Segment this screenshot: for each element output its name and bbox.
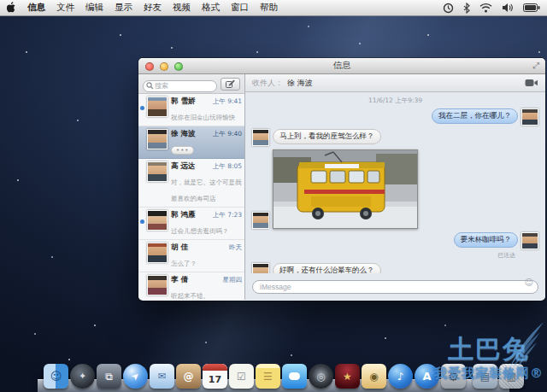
fullscreen-icon[interactable]: ⤢ — [532, 61, 539, 71]
message-incoming: 好啊，还有什么治晕车的么？ — [252, 263, 538, 273]
avatar — [147, 129, 168, 149]
emoji-icon[interactable]: ☺ — [525, 278, 533, 287]
avatar — [147, 243, 168, 263]
avatar — [147, 97, 168, 117]
contact-name: 徐 海波 — [171, 129, 195, 139]
avatar — [252, 263, 269, 273]
bluetooth-icon[interactable] — [463, 3, 470, 14]
delivered-status: 已送达 — [252, 251, 538, 260]
message-time: 上午 9:40 — [213, 130, 242, 138]
window-title: 信息 — [333, 60, 351, 72]
calendar-band — [203, 364, 227, 371]
avatar — [147, 161, 168, 182]
conversation-row-xu-haibo-selected[interactable]: 徐 海波 上午 9:40 ••• — [138, 126, 244, 159]
window-titlebar[interactable]: 信息 ⤢ — [138, 58, 545, 74]
message-outgoing: 我在二层，你在哪儿？ — [252, 108, 538, 126]
message-preview: 听起来不错。 — [171, 292, 209, 300]
imovie-icon[interactable]: ★ — [335, 364, 360, 389]
avatar — [521, 108, 538, 126]
contact-name: 高 远达 — [171, 161, 195, 172]
avatar — [147, 210, 168, 231]
timestamp: 11/6/12 上午9:39 — [252, 97, 538, 105]
trash-icon[interactable]: ▥ — [499, 364, 524, 389]
message-input-bar: ☺ — [245, 273, 545, 300]
calendar-day: 17 — [209, 371, 221, 389]
message-time: 星期四 — [223, 276, 243, 284]
iphoto-icon[interactable]: ◉ — [362, 364, 386, 389]
conversation-row-gao-yuanda[interactable]: 高 远达 上午 8:05 对，就是它。这个可是我最喜欢的寿司店 — [138, 159, 244, 208]
message-incoming-photo — [252, 149, 538, 229]
calendar-icon[interactable]: 17 — [203, 364, 227, 389]
apple-menu-icon[interactable] — [7, 2, 16, 15]
conversation-sidebar: 郭 雪娇 上午 9:41 祝你在旧金山玩得愉快 徐 海波 上午 9:40 ••• — [138, 74, 245, 300]
message-preview: 过会儿想去逛街吗？ — [171, 227, 229, 235]
avatar — [147, 275, 168, 295]
message-bubble: 马上到，看我的座驾怎么样？ — [273, 129, 381, 144]
menu-item-view[interactable]: 显示 — [115, 2, 132, 14]
message-preview: 对，就是它。这个可是我最喜欢的寿司店 — [171, 178, 242, 202]
chat-pane: 收件人： 徐 海波 11/6/12 上午9:39 我在二层，你在哪儿？ 马上到，… — [245, 74, 545, 300]
contact-name: 李 倩 — [171, 275, 188, 285]
menu-bar: 信息 文件 编辑 显示 好友 视频 格式 窗口 帮助 — [0, 0, 547, 16]
conversation-row-li-qian[interactable]: 李 倩 星期四 听起来不错。 — [138, 272, 244, 300]
message-time: 上午 8:05 — [213, 162, 242, 171]
messages-dock-icon[interactable] — [282, 364, 307, 389]
unread-dot — [140, 219, 144, 224]
menu-item-file[interactable]: 文件 — [56, 2, 74, 14]
system-preferences-icon[interactable]: ⚙ — [441, 364, 466, 389]
contacts-icon[interactable]: @ — [176, 364, 201, 389]
message-preview: 怎么了？ — [171, 260, 197, 267]
conversation-row-hu-jia[interactable]: 胡 佳 昨天 怎么了？ — [138, 240, 244, 272]
safari-icon[interactable]: ➤ — [123, 364, 148, 389]
launchpad-icon[interactable]: ✦ — [70, 364, 95, 389]
finder-icon[interactable]: ☺ — [44, 364, 68, 389]
menu-item-video[interactable]: 视频 — [173, 2, 191, 14]
zoom-button[interactable] — [174, 62, 183, 71]
dock: ☺ ✦ ⧉ ➤ ✉ @ 17 ☑ ☰ ◎ ★ ◉ ♪ A ⚙ ▤ ▥ — [38, 354, 509, 392]
menu-item-format[interactable]: 格式 — [202, 2, 220, 14]
message-transcript: 11/6/12 上午9:39 我在二层，你在哪儿？ 马上到，看我的座驾怎么样？ — [245, 92, 545, 273]
minimize-button[interactable] — [160, 62, 168, 71]
contact-name: 胡 佳 — [171, 243, 188, 253]
message-time: 上午 9:41 — [213, 97, 242, 106]
avatar — [252, 129, 269, 146]
notes-icon[interactable]: ☰ — [256, 364, 280, 389]
itunes-icon[interactable]: ♪ — [388, 364, 413, 389]
reminders-icon[interactable]: ☑ — [229, 364, 254, 389]
search-input[interactable] — [143, 80, 217, 92]
avatar — [521, 232, 538, 249]
message-bubble: 要来杯咖啡吗？ — [454, 232, 519, 248]
wifi-icon[interactable] — [479, 3, 492, 13]
conversation-row-guo-xuejiao[interactable]: 郭 雪娇 上午 9:41 祝你在旧金山玩得愉快 — [138, 94, 244, 126]
photo-booth-icon[interactable]: ◎ — [309, 364, 333, 389]
mission-control-icon[interactable]: ⧉ — [97, 364, 121, 389]
photo-attachment[interactable] — [273, 149, 418, 229]
menu-item-buddies[interactable]: 好友 — [144, 2, 162, 14]
video-call-button[interactable] — [525, 79, 538, 87]
recipient-bar: 收件人： 徐 海波 — [245, 74, 545, 92]
avatar — [252, 212, 269, 229]
volume-icon[interactable] — [502, 3, 514, 13]
battery-icon[interactable] — [523, 3, 540, 12]
time-machine-icon[interactable] — [443, 3, 454, 14]
message-incoming: 马上到，看我的座驾怎么样？ — [252, 129, 538, 146]
menu-item-edit[interactable]: 编辑 — [85, 2, 103, 14]
menu-app-name[interactable]: 信息 — [27, 2, 45, 14]
message-preview: 祝你在旧金山玩得愉快 — [171, 114, 235, 121]
close-button[interactable] — [145, 62, 154, 71]
search-field[interactable] — [143, 75, 217, 92]
to-label: 收件人： — [252, 78, 283, 89]
mail-icon[interactable]: ✉ — [150, 364, 174, 389]
typing-indicator: ••• — [171, 146, 194, 155]
compose-button[interactable] — [221, 78, 240, 91]
imessage-input[interactable] — [252, 280, 538, 294]
messages-window: 信息 ⤢ — [138, 58, 545, 301]
contact-name: 郭 鸿雁 — [171, 210, 195, 220]
conversation-row-guo-hongyan[interactable]: 郭 鸿雁 上午 7:23 过会儿想去逛街吗？ — [138, 208, 244, 240]
app-store-icon[interactable]: A — [415, 364, 439, 389]
menu-item-window[interactable]: 窗口 — [231, 2, 249, 14]
downloads-stack-icon[interactable]: ▤ — [473, 364, 497, 389]
recipient-name: 徐 海波 — [287, 78, 313, 89]
menu-item-help[interactable]: 帮助 — [260, 2, 278, 14]
message-time: 昨天 — [229, 243, 242, 252]
